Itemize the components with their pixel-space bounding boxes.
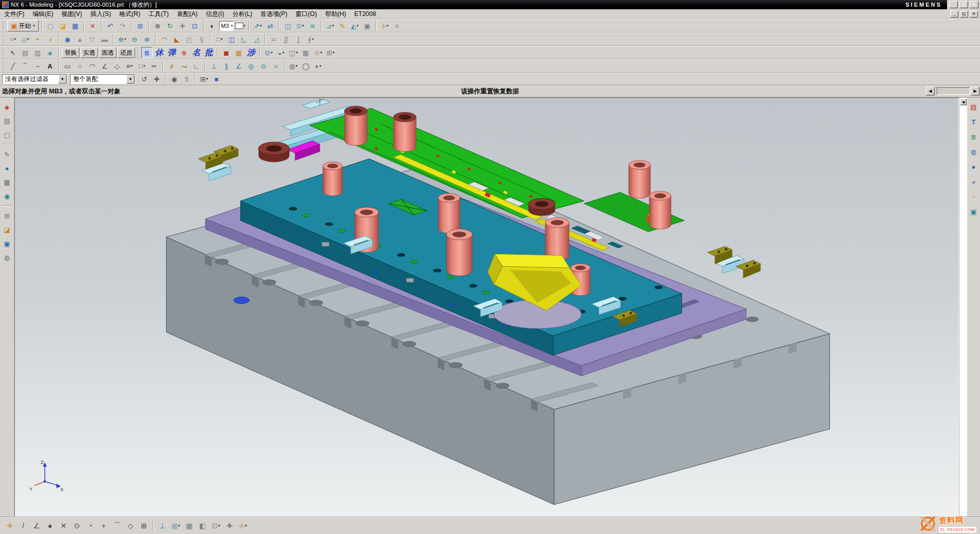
child-minimize-button[interactable]: _ [950, 11, 958, 18]
move-component-button[interactable]: ⊞▾ [294, 20, 306, 31]
circle-tool-button[interactable]: ◎▾ [288, 60, 299, 72]
highlight-button[interactable]: ◉ [169, 73, 180, 85]
track-point-icon[interactable]: ◎▾ [170, 520, 182, 532]
fillet-button[interactable]: ◠ [87, 60, 98, 72]
face-translucency-button[interactable]: 面透 [99, 47, 117, 58]
menu-tools[interactable]: 工具(T) [145, 10, 172, 19]
solid-preselect-button[interactable]: ■ [211, 73, 222, 85]
new-file-button[interactable]: ▢ [45, 20, 56, 31]
grid-button[interactable]: ⊞▾ [325, 47, 336, 58]
toolbox-grid-icon[interactable]: ▦ [2, 177, 12, 187]
macro-pi-button[interactable]: 批 [203, 47, 214, 58]
grid-snap-icon[interactable]: ▦ [183, 520, 195, 532]
annotation-button[interactable]: ✎ [337, 20, 348, 31]
macro-ming-button[interactable]: 名 [191, 47, 202, 58]
child-restore-button[interactable]: ◱ [960, 11, 968, 18]
selection-filter-dropdown[interactable]: 没有选择过滤器 ▼ [2, 74, 67, 84]
view-m3-button[interactable]: M3▾ [219, 21, 234, 31]
replace-view-button[interactable]: 替换 [62, 47, 79, 58]
snap-point-on-curve-icon[interactable]: ⌒ [111, 520, 123, 532]
select-arrow-button[interactable]: ⇖ [7, 47, 19, 58]
snap-settings-button[interactable]: ↺ [139, 73, 150, 85]
split-body-button[interactable]: ◿ [251, 34, 262, 45]
arc-button[interactable]: ⌒ [20, 60, 31, 72]
snap-arc-center-icon[interactable]: ⊙ [71, 520, 83, 532]
red-block-button[interactable]: ◼ [221, 47, 232, 58]
rotate-view-button[interactable]: ↻ [164, 20, 176, 31]
view-orient-button[interactable]: ◈ [44, 47, 56, 58]
snap-control-point-icon[interactable]: ● [44, 520, 56, 532]
snap-point-enable-icon[interactable]: ✛ [4, 520, 16, 532]
make-corner-button[interactable]: ∟ [191, 60, 202, 72]
assembly-constraints-button[interactable]: ◫ [282, 20, 293, 31]
conic-button[interactable]: ◗▾ [312, 60, 324, 72]
undo-button[interactable]: ↶ [105, 20, 116, 31]
immediate-hide-button[interactable]: ◫▾ [288, 47, 299, 58]
high-quality-image-button[interactable]: ▣ [361, 20, 373, 31]
background-color-button[interactable]: ▭▾ [235, 20, 246, 31]
delete-button[interactable]: ✕ [87, 20, 98, 31]
edit-object-display-button[interactable]: ⊙▾ [263, 47, 274, 58]
extrude-button[interactable]: ◓ [32, 34, 43, 45]
redo-button[interactable]: ↷ [117, 20, 128, 31]
constraint-navigator-icon[interactable]: T [969, 117, 979, 127]
render-style-button[interactable]: ◐ [207, 20, 218, 31]
menu-insert[interactable]: 插入(S) [87, 10, 114, 19]
chamfer-sketch-button[interactable]: ∠ [99, 60, 110, 72]
web-browser-icon[interactable]: ◕ [969, 176, 979, 187]
display-grid-button[interactable]: ⊞ [135, 20, 146, 31]
snap-endpoint-icon[interactable]: / [17, 520, 29, 532]
circle-button[interactable]: ○ [74, 60, 86, 72]
offset-surface-button[interactable]: ≍ [268, 34, 279, 45]
through-curves-button[interactable]: ∬ [280, 34, 292, 45]
child-close-button[interactable]: ✕ [970, 11, 978, 18]
style-sweep-button[interactable]: ∮▾ [305, 34, 317, 45]
system-materials-icon[interactable]: ▣ [969, 206, 979, 217]
menu-format[interactable]: 格式(R) [115, 10, 144, 19]
concentric-constraint-button[interactable]: ⊙ [258, 60, 269, 72]
assembly-navigator-icon[interactable]: ▤ [969, 102, 979, 112]
offset-curve-button[interactable]: ≡▾ [124, 60, 135, 72]
snap-existing-point-icon[interactable]: + [97, 520, 110, 532]
equal-constraint-button[interactable]: = [270, 60, 281, 72]
angle-dimension-button[interactable]: ∠ [233, 60, 244, 72]
pocket-button[interactable]: ▽ [87, 34, 98, 45]
move-handle-icon[interactable]: ✚ [223, 520, 236, 532]
save-button[interactable]: ▦ [70, 20, 81, 31]
top-selection-button[interactable]: ⇧ [181, 73, 192, 85]
zoom-button[interactable]: ⊕ [152, 20, 163, 31]
color-palette-button[interactable]: ▩ [233, 47, 244, 58]
macro-target-button[interactable]: ⊕ [178, 47, 190, 58]
snap-bounded-grid-icon[interactable]: ⊞ [138, 520, 150, 532]
menu-window[interactable]: 窗口(O) [292, 10, 320, 19]
boss-button[interactable]: ▲ [74, 34, 86, 45]
wcs-dynamics-button[interactable]: ⊹▾ [312, 47, 324, 58]
menu-assemblies[interactable]: 装配(A) [173, 10, 201, 19]
parallel-constraint-button[interactable]: ∥ [221, 60, 232, 72]
show-hide-button[interactable]: ◒▾ [275, 47, 287, 58]
toolbox-plus-icon[interactable]: ⊞ [2, 211, 12, 221]
snap-point-on-face-icon[interactable]: ◇ [124, 520, 137, 532]
measure-distance-button[interactable]: ⊿▾ [324, 20, 336, 31]
prompt-scroll-right-button[interactable]: ▶ [971, 87, 979, 95]
shell-button[interactable]: ◰ [184, 34, 195, 45]
macro-tan-button[interactable]: 弹 [166, 47, 177, 58]
menu-et2008[interactable]: ET2008 [351, 10, 379, 19]
snap-point-toggle-button[interactable]: ⊞▾ [198, 73, 210, 85]
trim-curve-button[interactable]: ✂ [148, 60, 160, 72]
chamfer-button[interactable]: ◣ [171, 34, 182, 45]
extra-snap-icon[interactable]: ⊹▾ [237, 520, 249, 532]
part-navigator-icon[interactable]: ≣ [969, 132, 979, 142]
cad-model[interactable]: Z X Y [15, 98, 958, 516]
menu-analysis[interactable]: 分析(L) [229, 10, 256, 19]
spline-button[interactable]: ~ [32, 60, 43, 72]
reuse-library-icon[interactable]: ◍ [969, 147, 979, 157]
menu-preferences[interactable]: 首选项(P) [257, 10, 291, 19]
history-icon[interactable]: ◔ [969, 191, 979, 202]
graphics-viewport[interactable]: Z X Y [14, 98, 959, 516]
toolbox-teal-ring-icon[interactable]: ◉ [2, 191, 12, 201]
fit-view-button[interactable]: ⊡ [189, 20, 201, 31]
perpendicular-constraint-button[interactable]: ⊥ [208, 60, 220, 72]
toolbox-page-icon[interactable]: ▢ [2, 130, 12, 140]
pattern-feature-button[interactable]: ∷▾ [213, 34, 225, 45]
